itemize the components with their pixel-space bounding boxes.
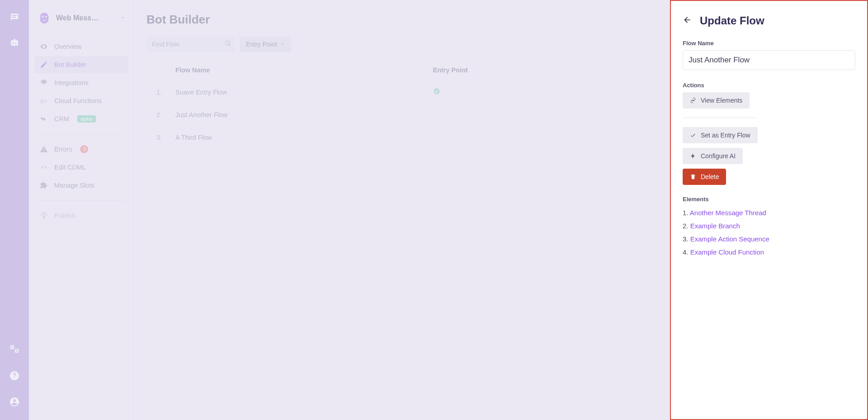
rail-bot-icon[interactable] bbox=[6, 35, 23, 52]
rail-user-icon[interactable] bbox=[6, 394, 23, 410]
alpha-badge: alpha bbox=[77, 115, 96, 123]
caret-down-icon bbox=[280, 42, 285, 47]
sidebar-item-label: Manage Slots bbox=[54, 182, 94, 189]
fx-icon: f(x) bbox=[40, 97, 48, 105]
sidebar-item-manage-slots[interactable]: Manage Slots bbox=[34, 177, 128, 194]
back-button[interactable] bbox=[683, 15, 692, 26]
view-elements-button[interactable]: View Elements bbox=[683, 92, 750, 109]
sidebar-item-overview[interactable]: Overview bbox=[34, 38, 128, 55]
row-flow-name: Just Another Flow bbox=[172, 104, 429, 126]
sidebar-item-label: Edit CDML bbox=[54, 164, 86, 171]
search-input[interactable] bbox=[146, 37, 235, 52]
pencil-icon bbox=[40, 61, 48, 69]
sidebar-item-label: Cloud Functions bbox=[54, 97, 102, 104]
sidebar-item-label: Overview bbox=[54, 43, 81, 50]
search-flow bbox=[146, 37, 235, 52]
eye-icon bbox=[40, 42, 48, 51]
configure-ai-button[interactable]: Configure AI bbox=[683, 148, 743, 164]
layers-icon bbox=[40, 79, 48, 87]
row-flow-name: Suave Entry Flow bbox=[172, 80, 429, 104]
sidebar-item-label: Publish bbox=[54, 212, 76, 219]
row-number: 3. bbox=[146, 126, 172, 149]
svg-point-1 bbox=[434, 88, 439, 94]
divider bbox=[683, 118, 755, 118]
element-item: Example Branch bbox=[683, 219, 855, 232]
sidebar-item-cloud-functions[interactable]: f(x) Cloud Functions bbox=[34, 92, 128, 109]
rail-translate-icon[interactable] bbox=[6, 341, 23, 358]
elements-label: Elements bbox=[683, 196, 855, 203]
entry-point-dropdown[interactable]: Entry Point bbox=[240, 37, 291, 52]
code-icon bbox=[40, 163, 48, 171]
rail-chat-icon[interactable] bbox=[6, 9, 23, 25]
actions-label: Actions bbox=[683, 82, 855, 89]
puzzle-icon bbox=[40, 181, 48, 189]
sidebar-item-edit-cdml[interactable]: Edit CDML bbox=[34, 159, 128, 176]
row-flow-name: A Third Flow bbox=[172, 126, 429, 149]
check-icon bbox=[690, 132, 696, 138]
flow-name-input[interactable] bbox=[683, 50, 855, 70]
dropdown-label: Entry Point bbox=[246, 41, 277, 48]
divider bbox=[37, 200, 125, 201]
sidebar-item-errors[interactable]: Errors 3 bbox=[34, 141, 128, 158]
owl-icon bbox=[37, 11, 52, 25]
link-icon bbox=[690, 97, 696, 104]
row-number: 1. bbox=[146, 80, 172, 104]
sidebar-item-label: Errors bbox=[54, 146, 72, 153]
element-link[interactable]: Another Message Thread bbox=[690, 209, 766, 217]
workspace-selector[interactable]: Web Mess… bbox=[34, 11, 128, 38]
element-item: Example Action Sequence bbox=[683, 232, 855, 245]
sidebar-item-bot-builder[interactable]: Bot Builder bbox=[34, 56, 128, 73]
element-link[interactable]: Example Branch bbox=[690, 222, 740, 230]
panel-title: Update Flow bbox=[700, 14, 764, 27]
sidebar-item-publish: Publish bbox=[34, 207, 128, 224]
error-count-badge: 3 bbox=[80, 145, 88, 153]
search-icon[interactable] bbox=[225, 40, 231, 49]
row-entry-point bbox=[429, 104, 613, 126]
warning-icon bbox=[40, 145, 48, 153]
element-link[interactable]: Example Action Sequence bbox=[690, 235, 769, 243]
divider bbox=[37, 134, 125, 134]
sidebar-item-label: Integrations bbox=[54, 79, 89, 86]
element-link[interactable]: Example Cloud Function bbox=[690, 248, 764, 256]
sidebar-item-label: Bot Builder bbox=[54, 61, 86, 68]
col-flow-name: Flow Name bbox=[172, 60, 429, 80]
workspace-name: Web Mess… bbox=[56, 14, 115, 22]
trash-icon bbox=[690, 174, 696, 180]
sidebar: Web Mess… Overview Bot Builder Integrati… bbox=[29, 0, 134, 420]
row-number: 2. bbox=[146, 104, 172, 126]
sidebar-item-integrations[interactable]: Integrations bbox=[34, 74, 128, 91]
delete-button[interactable]: Delete bbox=[683, 169, 726, 185]
flow-name-label: Flow Name bbox=[683, 40, 855, 47]
element-item: Another Message Thread bbox=[683, 206, 855, 219]
sidebar-item-label: CRM bbox=[54, 115, 69, 123]
row-entry-point bbox=[429, 80, 613, 104]
rail-help-icon[interactable] bbox=[6, 368, 23, 384]
row-entry-point bbox=[429, 126, 613, 149]
element-item: Example Cloud Function bbox=[683, 245, 855, 259]
check-circle-icon bbox=[433, 89, 440, 96]
icon-rail bbox=[0, 0, 29, 420]
svg-text:f(x): f(x) bbox=[41, 99, 47, 104]
caret-down-icon bbox=[120, 14, 125, 22]
broadcast-icon bbox=[40, 212, 48, 220]
update-flow-panel: Update Flow Flow Name Actions View Eleme… bbox=[670, 0, 868, 420]
sidebar-item-crm[interactable]: CRM alpha bbox=[34, 110, 128, 127]
handshake-icon bbox=[40, 115, 48, 123]
col-entry-point: Entry Point bbox=[429, 60, 613, 80]
bolt-icon bbox=[690, 153, 696, 159]
set-entry-flow-button[interactable]: Set as Entry Flow bbox=[683, 127, 758, 143]
